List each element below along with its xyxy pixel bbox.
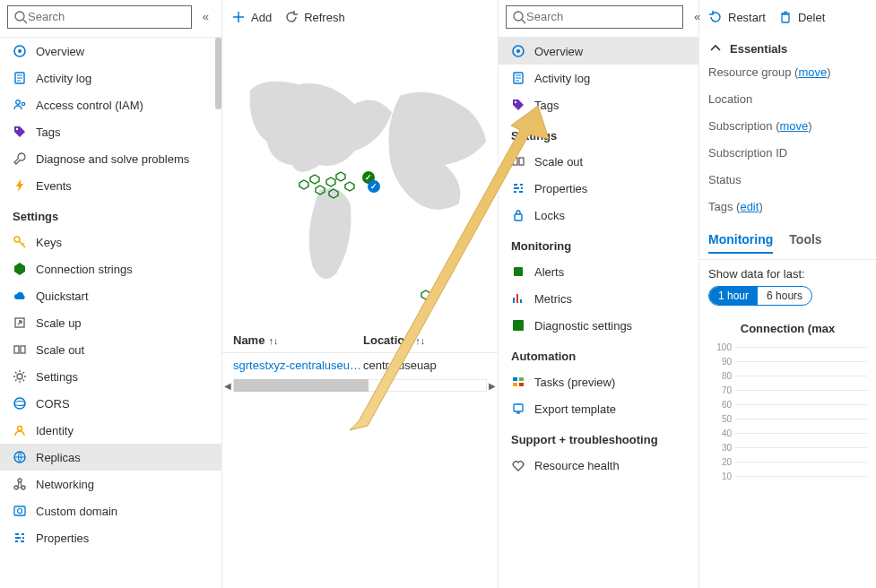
essentials-toggle[interactable]: Essentials [699, 38, 876, 59]
right-search-input[interactable] [526, 10, 677, 23]
sidebar-item-settings[interactable]: Settings [0, 363, 221, 390]
svg-point-3 [18, 49, 22, 53]
essentials-move-link[interactable]: move [779, 119, 808, 133]
scroll-left-arrow[interactable]: ◀ [222, 380, 233, 391]
connection-chart[interactable]: 100908070605040302010 [699, 339, 876, 488]
essentials-label: Essentials [730, 42, 787, 56]
sidebar-item-scale-up[interactable]: Scale up [0, 309, 221, 336]
scaleout-icon [511, 154, 525, 169]
right-search[interactable] [506, 5, 683, 29]
resource-nav-item-diagnostic-settings[interactable]: Diagnostic settings [499, 312, 698, 339]
resource-heading-automation: Automation [499, 339, 698, 368]
svg-point-9 [22, 102, 24, 105]
sidebar-item-connection-strings[interactable]: Connection strings [0, 255, 221, 282]
lock-icon [511, 208, 525, 222]
delete-button[interactable]: Delet [778, 10, 825, 24]
search-icon [13, 10, 28, 24]
resource-nav-item-tags[interactable]: Tags [499, 91, 698, 118]
y-tick-label: 30 [708, 443, 735, 453]
tab-monitoring[interactable]: Monitoring [708, 232, 773, 254]
sidebar-item-overview[interactable]: Overview [0, 38, 221, 65]
svg-point-18 [14, 398, 25, 409]
svg-rect-53 [514, 267, 523, 276]
log-icon [13, 71, 27, 85]
left-scrollbar[interactable] [215, 38, 221, 109]
domain-icon [13, 504, 27, 518]
essentials-resource-group: Resource group (move) [699, 59, 876, 86]
scaleout-icon [13, 342, 27, 357]
sidebar-item-custom-domain[interactable]: Custom domain [0, 497, 221, 524]
sidebar-item-access-control-iam-[interactable]: Access control (IAM) [0, 91, 221, 118]
sidebar-item-diagnose-and-solve-problems[interactable]: Diagnose and solve problems [0, 145, 221, 172]
restart-button[interactable]: Restart [708, 10, 766, 24]
chevron-up-icon [708, 41, 723, 56]
nav-item-label: Settings [36, 370, 78, 384]
svg-rect-57 [513, 320, 524, 331]
refresh-button[interactable]: Refresh [284, 10, 345, 24]
sidebar-item-events[interactable]: Events [0, 172, 221, 199]
timerange-1hour[interactable]: 1 hour [709, 287, 758, 305]
resource-nav-item-alerts[interactable]: Alerts [499, 258, 698, 285]
resource-nav-item-tasks-preview-[interactable]: Tasks (preview) [499, 368, 698, 395]
iam-icon [13, 98, 27, 112]
resource-nav-item-locks[interactable]: Locks [499, 202, 698, 229]
horizontal-scrollbar[interactable]: ◀ ▶ [222, 377, 498, 393]
show-data-label: Show data for last: [708, 267, 867, 281]
resource-nav-item-metrics[interactable]: Metrics [499, 285, 698, 312]
column-name[interactable]: Name↑↓ [233, 333, 363, 347]
nav-item-label: Custom domain [36, 505, 117, 518]
left-search[interactable] [7, 5, 192, 29]
svg-line-13 [22, 243, 24, 245]
resource-heading-monitoring: Monitoring [499, 229, 698, 258]
y-tick-label: 50 [708, 414, 735, 424]
add-button[interactable]: Add [231, 10, 272, 24]
nav-item-label: Identity [36, 424, 74, 437]
nav-item-label: Locks [534, 209, 565, 222]
left-collapse-button[interactable]: « [197, 10, 214, 23]
resource-heading-support-troubleshooting: Support + troubleshooting [499, 422, 698, 452]
resource-nav-item-resource-health[interactable]: Resource health [499, 452, 698, 479]
chart-gridline: 70 [708, 384, 867, 398]
y-tick-label: 70 [708, 385, 735, 395]
sidebar-item-tags[interactable]: Tags [0, 118, 221, 145]
column-location[interactable]: Location↑↓ [363, 333, 487, 347]
svg-point-20 [18, 427, 22, 431]
tab-tools[interactable]: Tools [789, 232, 821, 254]
svg-point-8 [16, 100, 21, 105]
resource-nav-item-overview[interactable]: Overview [499, 38, 698, 65]
sidebar-item-identity[interactable]: Identity [0, 417, 221, 444]
sidebar-item-scale-out[interactable]: Scale out [0, 336, 221, 363]
scroll-right-arrow[interactable]: ▶ [487, 380, 498, 391]
nav-item-label: Connection strings [36, 263, 133, 276]
timerange-6hours[interactable]: 6 hours [758, 287, 811, 305]
delete-label: Delet [798, 11, 825, 24]
sidebar-item-properties[interactable]: Properties [0, 524, 221, 551]
sidebar-item-quickstart[interactable]: Quickstart [0, 282, 221, 309]
wrench-icon [13, 151, 27, 166]
refresh-label: Refresh [304, 11, 345, 24]
replica-name-link[interactable]: sgrtestxyz-centraluseu… [233, 359, 363, 372]
sidebar-item-keys[interactable]: Keys [0, 229, 221, 255]
status-selected-badge: ✓ [368, 180, 380, 193]
table-row[interactable]: sgrtestxyz-centraluseu… centraluseuap [222, 353, 498, 377]
sidebar-item-networking[interactable]: Networking [0, 471, 221, 497]
sidebar-item-cors[interactable]: CORS [0, 390, 221, 417]
sidebar-item-activity-log[interactable]: Activity log [0, 65, 221, 91]
essentials-edit-link[interactable]: edit [740, 200, 759, 213]
essentials-tags: Tags (edit) [699, 194, 876, 220]
essentials-move-link[interactable]: move [798, 65, 827, 79]
chart-gridline: 90 [708, 355, 867, 369]
replicas-map[interactable]: ✓ ✓ [222, 38, 498, 324]
y-tick-label: 20 [708, 457, 735, 467]
nav-item-label: Tags [36, 125, 60, 139]
resource-nav-item-scale-out[interactable]: Scale out [499, 148, 698, 175]
chart-gridline: 80 [708, 369, 867, 384]
gear-icon [13, 369, 27, 384]
resource-nav-item-export-template[interactable]: Export template [499, 395, 698, 422]
resource-nav-item-properties[interactable]: Properties [499, 175, 698, 202]
sidebar-item-replicas[interactable]: Replicas [0, 444, 221, 471]
essentials-subscription: Subscription (move) [699, 113, 876, 140]
resource-nav-item-activity-log[interactable]: Activity log [499, 65, 698, 91]
left-search-input[interactable] [28, 10, 186, 23]
trash-icon [778, 10, 793, 24]
